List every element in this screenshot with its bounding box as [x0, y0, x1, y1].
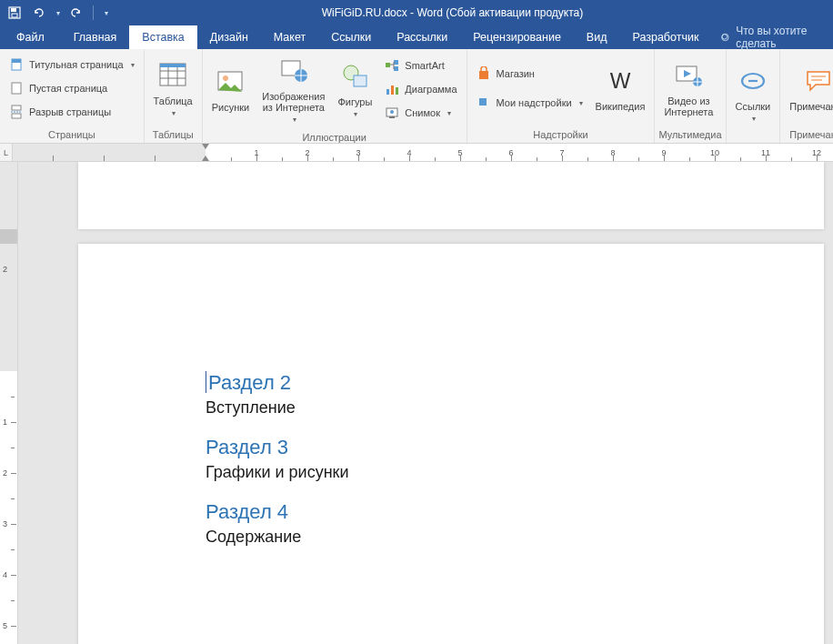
svg-point-25 — [390, 110, 394, 114]
screenshot-label: Снимок — [405, 107, 440, 118]
undo-dropdown-icon[interactable]: ▾ — [56, 9, 60, 17]
chevron-down-icon: ▾ — [579, 99, 583, 107]
group-media-label: Мультимедиа — [655, 127, 725, 143]
tab-layout[interactable]: Макет — [261, 25, 318, 49]
svg-rect-19 — [394, 60, 398, 65]
svg-rect-27 — [479, 71, 488, 79]
smartart-button[interactable]: SmartArt — [381, 55, 460, 75]
page[interactable]: Раздел 2 Вступление Раздел 3 Графики и р… — [78, 244, 824, 644]
tab-references[interactable]: Ссылки — [318, 25, 384, 49]
group-tables: Таблица ▾ Таблицы — [145, 49, 203, 143]
wikipedia-button[interactable]: W Википедия — [592, 63, 649, 114]
online-video-button[interactable]: Видео из Интернета — [660, 57, 717, 119]
group-addins-label: Надстройки — [467, 127, 655, 143]
tell-me-label: Что вы хотите сделать — [736, 25, 824, 50]
page-break-label: Разрыв страницы — [29, 106, 111, 117]
tab-file[interactable]: Файл — [0, 25, 61, 49]
tab-mailings[interactable]: Рассылки — [384, 25, 460, 49]
store-label: Магазин — [497, 68, 535, 79]
screenshot-icon — [385, 106, 399, 120]
chart-label: Диаграмма — [405, 84, 457, 95]
page-break-button[interactable]: Разрыв страницы — [5, 102, 138, 122]
store-icon — [477, 66, 491, 81]
group-pages-label: Страницы — [0, 127, 144, 143]
cover-page-button[interactable]: Титульная страница▾ — [5, 55, 138, 75]
pictures-label: Рисунки — [212, 102, 250, 113]
svg-rect-17 — [354, 75, 366, 86]
heading[interactable]: Раздел 2 — [206, 371, 824, 395]
smartart-label: SmartArt — [405, 60, 444, 71]
group-pages: Титульная страница▾ Пустая страница Разр… — [0, 49, 145, 143]
tab-home[interactable]: Главная — [61, 25, 130, 49]
online-pictures-icon — [277, 55, 310, 87]
wikipedia-label: Википедия — [596, 101, 646, 112]
links-button[interactable]: Ссылки ▾ — [732, 63, 775, 126]
store-button[interactable]: Магазин — [473, 64, 587, 84]
tab-review[interactable]: Рецензирование — [460, 25, 574, 49]
tab-developer[interactable]: Разработчик — [619, 25, 711, 49]
smartart-icon — [385, 58, 399, 73]
group-tables-label: Таблицы — [145, 127, 202, 143]
chart-button[interactable]: Диаграмма — [381, 79, 460, 99]
chevron-down-icon: ▾ — [131, 61, 135, 69]
ribbon-tabs: Файл Главная Вставка Дизайн Макет Ссылки… — [0, 25, 833, 49]
tab-design[interactable]: Дизайн — [197, 25, 261, 49]
svg-rect-22 — [391, 86, 394, 95]
cover-page-icon — [9, 57, 24, 72]
table-button[interactable]: Таблица ▾ — [150, 57, 196, 120]
quick-access-toolbar: ▾ ▾ — [0, 5, 108, 20]
my-addins-button[interactable]: Мои надстройки▾ — [473, 93, 587, 113]
online-pictures-button[interactable]: Изображения из Интернета ▾ — [258, 53, 328, 126]
save-icon[interactable] — [7, 5, 22, 20]
comment-button[interactable]: Примечание — [786, 63, 833, 114]
svg-rect-9 — [12, 114, 21, 118]
wikipedia-icon: W — [604, 65, 637, 97]
heading[interactable]: Раздел 3 — [206, 436, 824, 459]
pictures-button[interactable]: Рисунки — [208, 64, 254, 115]
shapes-icon — [338, 60, 371, 93]
shapes-label: Фигуры — [337, 96, 372, 107]
comment-label: Примечание — [789, 101, 833, 112]
screenshot-button[interactable]: Снимок▾ — [381, 103, 460, 123]
blank-page-button[interactable]: Пустая страница — [5, 78, 138, 98]
addins-icon — [477, 96, 491, 110]
cover-page-label: Титульная страница — [29, 59, 124, 70]
links-label: Ссылки — [736, 101, 771, 112]
chart-icon — [385, 82, 399, 96]
svg-point-13 — [223, 75, 228, 81]
group-comments-label: Примечания — [780, 127, 833, 143]
online-video-label: Видео из Интернета — [664, 96, 713, 117]
document-canvas[interactable]: Раздел 2 Вступление Раздел 3 Графики и р… — [18, 162, 833, 644]
section-block: Раздел 3 Графики и рисунки — [206, 436, 824, 482]
table-icon — [156, 59, 189, 92]
svg-rect-11 — [160, 64, 186, 67]
body-text[interactable]: Вступление — [206, 398, 824, 418]
group-illustrations: Рисунки Изображения из Интернета ▾ Фигур… — [203, 49, 467, 143]
blank-page-label: Пустая страница — [29, 83, 107, 94]
tab-view[interactable]: Вид — [574, 25, 620, 49]
chevron-down-icon: ▾ — [752, 116, 756, 124]
body-text[interactable]: Содержание — [206, 528, 824, 547]
blank-page-icon — [9, 81, 24, 96]
redo-icon[interactable] — [69, 5, 84, 20]
tab-selector[interactable]: L — [0, 144, 13, 161]
my-addins-label: Мои надстройки — [497, 97, 572, 108]
svg-rect-20 — [394, 66, 398, 71]
body-text[interactable]: Графики и рисунки — [206, 463, 824, 482]
svg-rect-21 — [386, 89, 389, 95]
vertical-ruler[interactable]: 212345 — [0, 162, 18, 644]
comment-icon — [802, 65, 833, 97]
tab-insert[interactable]: Вставка — [129, 25, 196, 49]
undo-icon[interactable] — [31, 5, 45, 20]
tell-me-search[interactable]: Что вы хотите сделать — [711, 25, 833, 49]
chevron-down-icon: ▾ — [172, 110, 176, 118]
section-block: Раздел 2 Вступление — [206, 371, 824, 418]
heading[interactable]: Раздел 4 — [206, 500, 824, 524]
pictures-icon — [214, 65, 246, 98]
shapes-button[interactable]: Фигуры ▾ — [334, 58, 376, 121]
chevron-down-icon: ▾ — [447, 109, 451, 117]
svg-rect-18 — [386, 63, 390, 67]
horizontal-ruler[interactable]: L 123456789101112 — [0, 144, 833, 162]
group-links-label — [727, 138, 780, 143]
svg-text:W: W — [610, 68, 631, 93]
